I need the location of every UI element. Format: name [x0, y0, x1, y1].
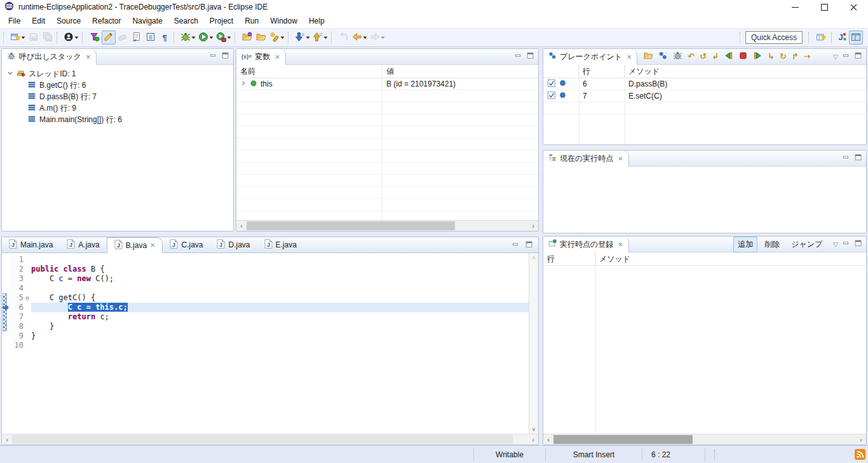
- tab-breakpoints[interactable]: ブレークポイント ✕: [543, 49, 637, 65]
- code-line[interactable]: 3 C c = new C();: [2, 274, 529, 284]
- menu-item-source[interactable]: Source: [51, 15, 86, 27]
- column-header-line[interactable]: 行: [543, 252, 595, 265]
- open-perspective-button[interactable]: [814, 31, 828, 45]
- step-backward-button[interactable]: [724, 51, 733, 62]
- menu-item-run[interactable]: Run: [239, 15, 264, 27]
- code-line[interactable]: 7 return c;: [2, 312, 529, 322]
- line-number[interactable]: 2: [10, 265, 24, 274]
- dropdown-arrow-icon[interactable]: [209, 36, 214, 39]
- menu-item-search[interactable]: Search: [168, 15, 204, 27]
- registry-action-追加[interactable]: 追加: [733, 237, 757, 252]
- highlighter-button[interactable]: [102, 31, 116, 45]
- editor-hscrollbar[interactable]: ‹ ›: [2, 434, 538, 445]
- line-margin[interactable]: [2, 341, 10, 350]
- checkbox-checked-icon[interactable]: [547, 91, 556, 102]
- maximize-view-icon[interactable]: [854, 52, 862, 62]
- variable-row[interactable]: thisB (id = 2101973421): [236, 78, 538, 90]
- java-perspective-button[interactable]: J: [835, 31, 849, 45]
- scroll-down-icon[interactable]: ∨: [529, 426, 538, 432]
- line-margin[interactable]: [2, 265, 10, 274]
- scroll-up-icon[interactable]: ∧: [529, 254, 538, 261]
- close-view-icon[interactable]: ✕: [618, 241, 623, 248]
- view-menu-icon[interactable]: ▽: [833, 53, 838, 60]
- call-stack-thread[interactable]: スレッドID: 1: [2, 68, 233, 79]
- code-line[interactable]: 4: [2, 284, 529, 293]
- editor-vscrollbar[interactable]: ∧ ∨: [529, 253, 538, 434]
- tab-current-execution-point[interactable]: 現在の実行時点 ✕: [543, 151, 629, 167]
- editor-tab-Main.java[interactable]: JMain.java: [2, 237, 60, 253]
- scroll-right-icon[interactable]: ›: [856, 436, 866, 443]
- line-margin[interactable]: [2, 284, 10, 293]
- maximize-view-icon[interactable]: [854, 153, 862, 163]
- scroll-right-icon[interactable]: ›: [528, 436, 538, 443]
- line-number[interactable]: 6: [10, 303, 24, 312]
- step-return-button[interactable]: ↱: [792, 52, 799, 61]
- view-menu-icon[interactable]: ▽: [833, 241, 838, 248]
- breakpoint-row[interactable]: 7E.setC(C): [543, 90, 866, 102]
- menu-item-refactor[interactable]: Refactor: [86, 15, 126, 27]
- fold-marker[interactable]: ⊖: [24, 293, 31, 303]
- user-account-button[interactable]: [62, 31, 80, 45]
- new-wizard-button[interactable]: [9, 31, 27, 45]
- column-header-name[interactable]: 名前: [236, 65, 383, 78]
- dropdown-arrow-icon[interactable]: [280, 36, 285, 39]
- stack-frame-item[interactable]: A.m() 行: 9: [2, 102, 233, 114]
- dropdown-arrow-icon[interactable]: [381, 36, 385, 39]
- open-type-button[interactable]: [240, 31, 254, 45]
- line-margin[interactable]: [2, 255, 10, 265]
- line-margin[interactable]: [2, 274, 10, 284]
- maximize-window-icon[interactable]: [810, 0, 839, 14]
- minimize-view-icon[interactable]: [842, 52, 850, 62]
- editor-tab-C.java[interactable]: JC.java: [163, 237, 210, 253]
- scroll-left-icon[interactable]: ‹: [236, 222, 247, 230]
- expander-right-icon[interactable]: [240, 79, 247, 88]
- code-area[interactable]: 12public class B {3 C c = new C();45⊖ C …: [2, 253, 529, 434]
- notification-feed-icon[interactable]: [855, 449, 865, 462]
- minimize-view-icon[interactable]: [842, 239, 850, 249]
- skip-breakpoints-button[interactable]: [658, 51, 668, 62]
- column-header-line[interactable]: 行: [579, 65, 625, 78]
- search-torch-button[interactable]: [268, 31, 286, 45]
- menu-item-navigate[interactable]: Navigate: [126, 15, 168, 27]
- line-number[interactable]: 7: [10, 312, 24, 322]
- dropdown-arrow-icon[interactable]: [363, 36, 367, 39]
- step-forward-button[interactable]: [753, 51, 763, 62]
- step-over-button[interactable]: ↻: [780, 52, 787, 61]
- tab-variables[interactable]: (x)= 変数 ✕: [236, 49, 286, 65]
- maximize-editor-icon[interactable]: [525, 240, 533, 251]
- scroll-left-icon[interactable]: ‹: [543, 436, 553, 443]
- code-line[interactable]: 6 C c = this.c;: [2, 303, 529, 312]
- dropdown-arrow-icon[interactable]: [191, 36, 196, 39]
- line-number[interactable]: 8: [10, 322, 24, 331]
- dropdown-arrow-icon[interactable]: [21, 36, 25, 39]
- breakpoint-row[interactable]: 6D.passB(B): [543, 78, 866, 90]
- debug-button[interactable]: [179, 31, 197, 45]
- column-header-value[interactable]: 値: [383, 65, 538, 78]
- scroll-right-icon[interactable]: ›: [528, 222, 538, 230]
- maximize-view-icon[interactable]: [526, 52, 534, 62]
- close-window-icon[interactable]: [839, 0, 868, 14]
- prev-annotation-button[interactable]: [311, 31, 329, 45]
- line-number[interactable]: 4: [10, 284, 24, 293]
- menu-item-edit[interactable]: Edit: [26, 15, 51, 27]
- line-margin[interactable]: [2, 331, 10, 341]
- quick-access-box[interactable]: Quick Access: [745, 31, 803, 44]
- open-trace-button[interactable]: [644, 51, 653, 62]
- next-annotation-button[interactable]: [294, 31, 311, 45]
- code-line[interactable]: 1: [2, 255, 529, 265]
- close-view-icon[interactable]: ✕: [275, 53, 280, 60]
- tab-call-stack[interactable]: 呼び出しスタック ✕: [2, 49, 97, 65]
- registry-action-ジャンプ[interactable]: ジャンプ: [787, 237, 827, 252]
- tab-execution-point-registration[interactable]: 実行時点の登録 ✕: [543, 237, 629, 252]
- trace-tool-button[interactable]: [88, 31, 102, 45]
- run-coverage-button[interactable]: [215, 31, 233, 45]
- minimize-view-icon[interactable]: [842, 153, 850, 163]
- minimize-editor-icon[interactable]: [512, 240, 520, 251]
- back-step-return-button[interactable]: ↲: [712, 52, 719, 61]
- stack-frame-item[interactable]: B.getC() 行: 6: [2, 79, 233, 91]
- run-button[interactable]: [197, 31, 215, 45]
- minimize-window-icon[interactable]: [780, 0, 810, 14]
- column-header-method[interactable]: メソッド: [595, 252, 866, 265]
- open-folder-button[interactable]: [254, 31, 268, 45]
- minimize-view-icon[interactable]: [209, 52, 217, 62]
